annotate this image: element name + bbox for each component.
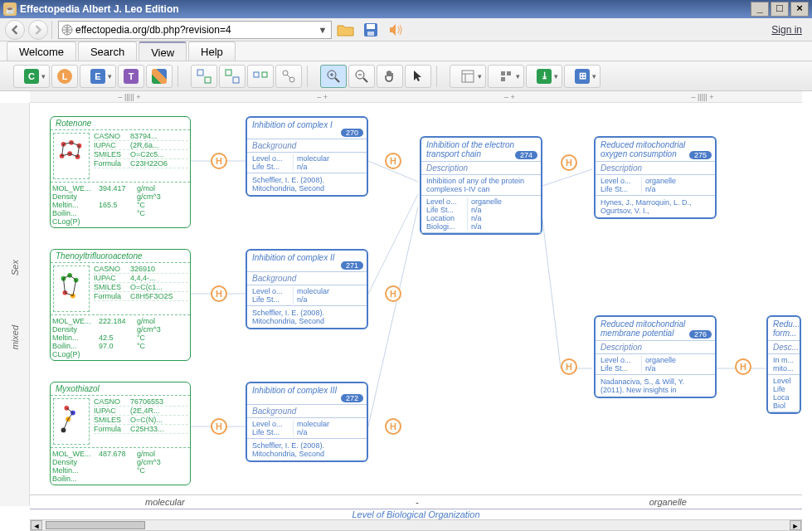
globe-icon [61, 23, 74, 37]
chem-title: Rotenone [56, 119, 91, 128]
pointer-tool[interactable] [405, 65, 431, 88]
close-button[interactable]: × [790, 2, 809, 17]
save-button[interactable] [360, 19, 382, 41]
link-node[interactable]: H [385, 418, 401, 435]
axis-label-molecular: molecular [145, 497, 185, 507]
bio-node-membrane[interactable]: Reduced mitochondrial membrane potential… [594, 315, 717, 398]
molecule-structure-icon [53, 398, 90, 445]
tab-help[interactable]: Help [188, 41, 236, 61]
svg-rect-5 [205, 77, 211, 83]
svg-rect-9 [262, 72, 267, 77]
group-tool-2[interactable] [219, 65, 246, 88]
palette-tool[interactable] [146, 65, 173, 88]
link-node[interactable]: H [561, 154, 577, 171]
svg-rect-16 [507, 71, 511, 76]
axis-bottom: molecular - organelle Level of Biologica… [30, 494, 802, 519]
link-node[interactable]: H [561, 358, 577, 375]
bio-node-partial[interactable]: Redu... form... Desc... In m... mito... … [766, 315, 801, 414]
horizontal-scrollbar[interactable]: ◄ ► [30, 519, 802, 531]
svg-line-22 [368, 194, 418, 294]
svg-rect-15 [501, 71, 505, 76]
molecule-structure-icon [53, 266, 90, 312]
forward-button[interactable] [28, 20, 48, 40]
export-tool[interactable]: ⤓ [526, 65, 562, 88]
svg-line-23 [368, 207, 418, 426]
axis-y-inner: mixed [10, 325, 20, 349]
link-node[interactable]: H [211, 285, 227, 302]
group-tool-3[interactable] [247, 65, 274, 88]
chem-title: Myxothiazol [56, 384, 100, 393]
link-node[interactable]: H [211, 153, 227, 169]
svg-rect-4 [197, 70, 203, 76]
minimize-button[interactable]: _ [751, 2, 769, 17]
svg-line-25 [542, 219, 561, 368]
ruler-vertical: Sex mixed [0, 103, 30, 506]
url-bar[interactable]: effectopedia.org/db.php?revision=4 ▼ [58, 21, 332, 39]
bio-node-complex3[interactable]: Inhibition of complex III272 Background … [246, 382, 368, 462]
pan-tool[interactable] [377, 65, 403, 88]
maximize-button[interactable]: □ [771, 2, 789, 17]
svg-rect-6 [226, 70, 231, 76]
url-dropdown-icon[interactable]: ▼ [316, 25, 329, 35]
test-tool[interactable]: T [118, 65, 144, 88]
chemical-tool[interactable]: C [13, 65, 50, 88]
axis-x-title: Level of Biological Organization [30, 509, 802, 519]
tab-view[interactable]: View [139, 41, 187, 61]
axis-label-mid: - [416, 497, 419, 507]
pathway-canvas[interactable]: Rotenone CASNO83794... IUPAC(2R,6a... SM… [30, 103, 802, 494]
zoom-in-tool[interactable] [320, 65, 347, 88]
open-folder-button[interactable] [335, 19, 357, 41]
svg-line-24 [542, 169, 592, 186]
svg-rect-17 [501, 77, 505, 81]
main-tabs: Welcome Search View Help [0, 41, 812, 61]
chem-node-thenoyl[interactable]: Thenoyltrifluoroacetone CASNO326910 IUPA… [50, 249, 191, 361]
svg-rect-2 [367, 24, 375, 29]
scroll-left-arrow[interactable]: ◄ [31, 520, 42, 530]
chem-node-myxothiazol[interactable]: Myxothiazol CASNO76706553 IUPAC(2E,4R...… [50, 382, 191, 485]
effect-tool[interactable]: E [80, 65, 116, 88]
tab-search[interactable]: Search [78, 41, 137, 61]
audio-button[interactable] [385, 19, 406, 41]
address-toolbar: effectopedia.org/db.php?revision=4 ▼ Sig… [0, 18, 812, 41]
tab-welcome[interactable]: Welcome [7, 41, 76, 61]
svg-rect-8 [254, 72, 259, 77]
window-title: Effectopedia Albert J. Leo Edition [20, 3, 179, 15]
bio-node-etc[interactable]: Inhibition of the electron transport cha… [420, 136, 542, 235]
view-toolbar: C L E T ⤓ ⊞ [0, 61, 812, 91]
molecule-structure-icon [53, 133, 90, 179]
chem-title: Thenoyltrifluoroacetone [56, 251, 143, 261]
back-button[interactable] [5, 20, 25, 40]
settings-tool[interactable]: ⊞ [564, 65, 600, 88]
scroll-thumb[interactable] [46, 521, 145, 529]
group-tool-1[interactable] [191, 65, 217, 88]
zoom-out-tool[interactable] [348, 65, 375, 88]
svg-rect-14 [462, 71, 474, 82]
axis-label-organelle: organelle [649, 497, 687, 507]
url-text: effectopedia.org/db.php?revision=4 [75, 24, 316, 36]
ruler-horizontal: – ||||| +– +– +– ||||| + [30, 91, 802, 103]
link-tool[interactable]: L [51, 65, 78, 88]
svg-rect-3 [367, 32, 374, 36]
svg-rect-7 [233, 77, 239, 83]
axis-y-outer: Sex [10, 260, 20, 275]
signin-link[interactable]: Sign in [771, 24, 802, 36]
bio-node-o2[interactable]: Reduced mitochondrial oxygen consumption… [594, 136, 717, 219]
window-titlebar: ☕ Effectopedia Albert J. Leo Edition _ □… [0, 0, 812, 18]
layout-tool-2[interactable] [488, 65, 524, 88]
link-node[interactable]: H [385, 285, 401, 302]
bio-node-complex1[interactable]: Inhibition of complex I270 Background Le… [246, 116, 368, 197]
group-tool-4[interactable] [275, 65, 302, 88]
scroll-right-arrow[interactable]: ► [790, 520, 801, 530]
layout-tool-1[interactable] [450, 65, 486, 88]
chem-node-rotenone[interactable]: Rotenone CASNO83794... IUPAC(2R,6a... SM… [50, 116, 191, 228]
bio-node-complex2[interactable]: Inhibition of complex II271 Background L… [246, 249, 368, 329]
java-icon: ☕ [3, 2, 17, 16]
link-node[interactable]: H [385, 153, 401, 169]
link-node[interactable]: H [211, 418, 227, 435]
link-node[interactable]: H [735, 358, 751, 375]
